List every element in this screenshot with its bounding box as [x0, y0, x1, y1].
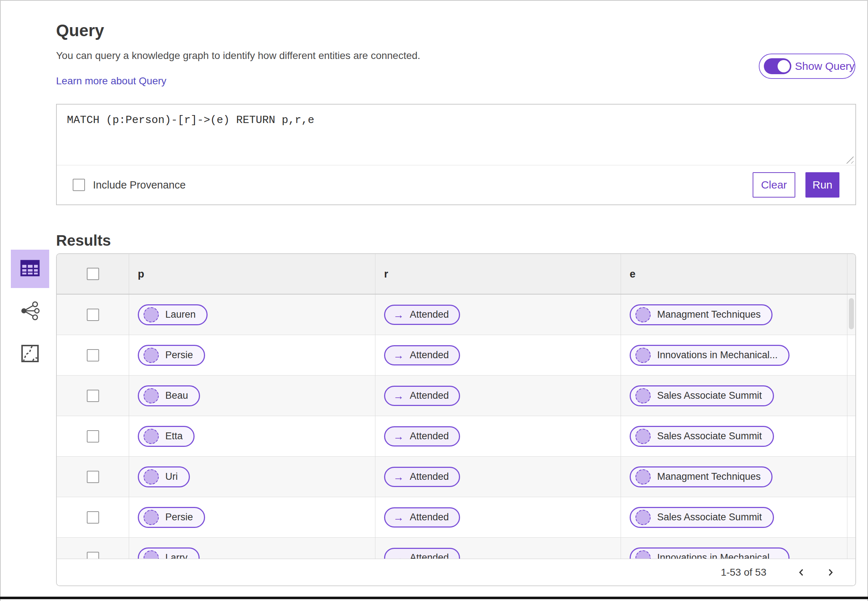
- row-cell-e: Sales Associate Summit: [621, 497, 847, 537]
- entity-pill[interactable]: Etta: [138, 426, 195, 447]
- table-row: Persie →Attended Sales Associate Summit: [57, 497, 855, 538]
- include-provenance-checkbox[interactable]: [73, 179, 85, 191]
- entity-pill[interactable]: Larry: [138, 548, 199, 560]
- scrollbar-gutter: [847, 457, 855, 497]
- node-circle-icon: [635, 429, 651, 444]
- node-circle-icon: [635, 550, 651, 560]
- tab-table-view[interactable]: [11, 250, 49, 288]
- entity-pill[interactable]: Sales Associate Summit: [630, 426, 774, 447]
- learn-more-link[interactable]: Learn more about Query: [56, 75, 166, 87]
- include-provenance-label: Include Provenance: [93, 179, 186, 191]
- entity-pill[interactable]: Managment Techniques: [630, 467, 772, 487]
- relation-pill[interactable]: →Attended: [384, 426, 460, 447]
- entity-label: Innovations in Mechanical...: [657, 349, 778, 361]
- column-header-p: p: [129, 254, 375, 294]
- table-row: Persie →Attended Innovations in Mechanic…: [57, 335, 855, 375]
- relation-label: Attended: [410, 430, 449, 442]
- arrow-right-icon: →: [393, 552, 404, 560]
- row-cell-checkbox: [57, 457, 129, 497]
- entity-label: Persie: [165, 349, 193, 361]
- row-checkbox[interactable]: [87, 511, 99, 523]
- entity-label: Managment Techniques: [657, 309, 761, 320]
- relation-pill[interactable]: →Attended: [384, 467, 460, 487]
- scrollbar-gutter: [847, 416, 855, 456]
- arrow-right-icon: →: [393, 431, 404, 442]
- entity-label: Larry: [165, 552, 188, 559]
- header-cell-checkbox: [57, 254, 129, 294]
- scrollbar-gutter: [847, 254, 855, 294]
- table-row: Beau →Attended Sales Associate Summit: [57, 375, 855, 416]
- entity-pill[interactable]: Innovations in Mechanical...: [630, 548, 789, 560]
- node-circle-icon: [143, 348, 159, 363]
- row-checkbox[interactable]: [87, 430, 99, 442]
- chevron-right-icon[interactable]: [821, 563, 840, 582]
- tab-map-view[interactable]: [11, 335, 49, 374]
- scrollbar-gutter: [847, 538, 855, 559]
- node-circle-icon: [143, 429, 159, 444]
- node-circle-icon: [635, 307, 651, 322]
- row-checkbox[interactable]: [87, 552, 99, 560]
- chevron-left-icon[interactable]: [792, 563, 811, 582]
- row-checkbox[interactable]: [87, 390, 99, 402]
- page-title: Query: [56, 21, 104, 40]
- arrow-right-icon: →: [393, 350, 404, 361]
- row-cell-checkbox: [57, 497, 129, 537]
- node-circle-icon: [143, 550, 159, 560]
- show-query-toggle[interactable]: Show Query: [759, 53, 855, 79]
- entity-pill[interactable]: Persie: [138, 345, 205, 366]
- row-cell-r: →Attended: [375, 294, 621, 335]
- scrollbar-gutter: [847, 497, 855, 537]
- scrollbar-gutter: [847, 375, 855, 416]
- row-checkbox[interactable]: [87, 309, 99, 321]
- entity-pill[interactable]: Lauren: [138, 304, 208, 325]
- map-route-icon: [21, 344, 40, 365]
- relation-pill[interactable]: →Attended: [384, 345, 460, 365]
- table-icon: [20, 259, 40, 278]
- relation-pill[interactable]: →Attended: [384, 548, 460, 560]
- column-header-e: e: [621, 254, 847, 294]
- node-circle-icon: [635, 510, 651, 525]
- row-cell-p: Persie: [129, 335, 375, 375]
- row-checkbox[interactable]: [87, 349, 99, 362]
- entity-pill[interactable]: Sales Associate Summit: [630, 507, 774, 528]
- arrow-right-icon: →: [393, 310, 404, 320]
- tab-graph-view[interactable]: [11, 292, 49, 331]
- entity-pill[interactable]: Innovations in Mechanical...: [630, 345, 789, 366]
- relation-pill[interactable]: →Attended: [384, 386, 460, 406]
- row-cell-r: →Attended: [375, 538, 621, 559]
- entity-pill[interactable]: Sales Associate Summit: [630, 385, 774, 406]
- row-cell-e: Innovations in Mechanical...: [621, 335, 847, 375]
- arrow-right-icon: →: [393, 390, 404, 401]
- entity-pill[interactable]: Uri: [138, 467, 190, 487]
- clear-button[interactable]: Clear: [752, 172, 795, 198]
- entity-pill[interactable]: Managment Techniques: [630, 304, 772, 325]
- table-row: Larry →Attended Innovations in Mechanica…: [57, 538, 855, 559]
- table-row: Uri →Attended Managment Techniques: [57, 457, 855, 497]
- row-cell-checkbox: [57, 375, 129, 416]
- pagination-bar: 1-53 of 53: [57, 559, 855, 586]
- run-button[interactable]: Run: [806, 172, 839, 198]
- entity-label: Etta: [165, 430, 183, 442]
- vertical-scrollbar-thumb[interactable]: [849, 298, 854, 329]
- table-header-row: p r e: [57, 254, 855, 294]
- toggle-on-icon[interactable]: [764, 58, 791, 74]
- entity-label: Managment Techniques: [657, 471, 761, 482]
- arrow-right-icon: →: [393, 471, 404, 482]
- relation-pill[interactable]: →Attended: [384, 305, 460, 325]
- row-cell-p: Uri: [129, 457, 375, 497]
- results-view-sidebar: [11, 250, 49, 374]
- entity-pill[interactable]: Beau: [138, 385, 200, 406]
- query-textarea[interactable]: MATCH (p:Person)-[r]->(e) RETURN p,r,e: [57, 105, 855, 165]
- page-description: You can query a knowledge graph to ident…: [56, 50, 420, 61]
- table-row: Lauren →Attended Managment Techniques: [57, 294, 855, 335]
- entity-pill[interactable]: Persie: [138, 507, 205, 528]
- relation-pill[interactable]: →Attended: [384, 507, 460, 528]
- entity-label: Uri: [165, 471, 178, 482]
- relation-label: Attended: [410, 512, 449, 523]
- select-all-checkbox[interactable]: [87, 268, 99, 280]
- show-query-label: Show Query: [795, 60, 854, 72]
- row-cell-p: Lauren: [129, 294, 375, 335]
- table-row: Etta →Attended Sales Associate Summit: [57, 416, 855, 457]
- row-checkbox[interactable]: [87, 471, 99, 483]
- row-cell-checkbox: [57, 294, 129, 335]
